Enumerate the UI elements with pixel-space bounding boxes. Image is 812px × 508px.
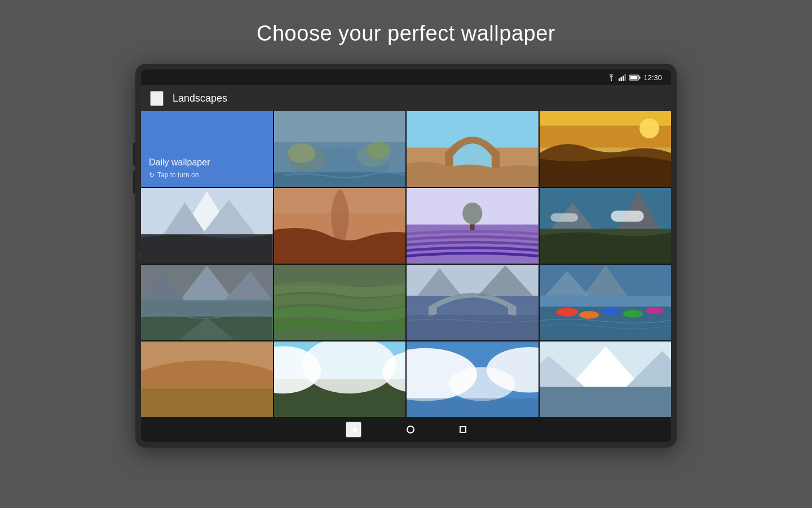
wallpaper-stone-arch[interactable] xyxy=(407,111,539,187)
wallpaper-forest-clouds[interactable] xyxy=(274,341,406,417)
status-time: 12:30 xyxy=(643,73,662,82)
snowy-mountain-image xyxy=(141,188,273,264)
svg-point-14 xyxy=(366,142,390,159)
svg-rect-41 xyxy=(550,213,578,222)
wallpaper-desert-rock[interactable] xyxy=(141,341,273,417)
back-button[interactable]: ← xyxy=(150,91,164,106)
blue-sky-image xyxy=(407,341,539,417)
mountain-lake-image xyxy=(141,265,273,340)
rocky-stream-image xyxy=(274,111,406,187)
status-bar: 12:30 xyxy=(141,69,671,85)
wallpaper-snowy-peaks[interactable] xyxy=(540,341,672,417)
svg-rect-51 xyxy=(274,265,406,286)
signal-icon xyxy=(619,74,626,81)
svg-point-0 xyxy=(611,80,612,81)
svg-point-65 xyxy=(623,310,642,318)
svg-rect-6 xyxy=(639,76,641,78)
wallpaper-rice-terraces[interactable] xyxy=(274,265,406,340)
svg-rect-7 xyxy=(630,76,638,79)
status-icons: 12:30 xyxy=(607,73,662,82)
tablet-screen: 12:30 ← Landscapes Daily wallpaper ↻ Tap… xyxy=(141,69,671,442)
page-title: Choose your perfect wallpaper xyxy=(257,21,555,46)
wallpaper-stone-bridge[interactable] xyxy=(407,265,539,340)
wallpaper-snowy-mountain[interactable] xyxy=(141,188,273,264)
canyon-sunset-image xyxy=(540,111,672,187)
wallpaper-volcano[interactable] xyxy=(540,188,672,264)
svg-point-13 xyxy=(288,143,315,163)
svg-point-63 xyxy=(579,311,599,319)
wallpaper-blue-sky[interactable] xyxy=(407,341,539,417)
svg-rect-4 xyxy=(625,74,626,81)
svg-rect-40 xyxy=(611,211,643,221)
boats-image xyxy=(540,265,672,340)
refresh-icon: ↻ xyxy=(149,171,155,179)
svg-point-21 xyxy=(639,119,659,138)
desert-rock-image xyxy=(141,341,273,417)
wallpaper-colorful-boats[interactable] xyxy=(540,265,672,340)
volume-down-button[interactable] xyxy=(133,171,135,194)
svg-rect-56 xyxy=(407,315,539,340)
rice-terraces-image xyxy=(274,265,406,340)
svg-rect-69 xyxy=(141,389,273,417)
battery-icon xyxy=(629,75,641,81)
wallpaper-red-canyon-road[interactable] xyxy=(274,188,406,264)
wallpaper-mountain-lake[interactable] xyxy=(141,265,273,340)
red-canyon-image xyxy=(274,188,406,264)
app-bar-title: Landscapes xyxy=(173,93,227,104)
wallpaper-rocky-stream[interactable] xyxy=(274,111,406,187)
svg-rect-3 xyxy=(623,76,624,81)
svg-rect-34 xyxy=(407,188,539,225)
svg-rect-1 xyxy=(619,78,620,81)
nav-bar: ◀ xyxy=(141,417,671,442)
wallpaper-grid: Daily wallpaper ↻ Tap to turn on xyxy=(141,111,671,417)
daily-wallpaper-subtitle: ↻ Tap to turn on xyxy=(149,171,265,179)
snowy-peaks-image xyxy=(540,341,672,417)
nav-recent-button[interactable] xyxy=(460,426,466,433)
volume-up-button[interactable] xyxy=(133,143,135,165)
tablet-device: 12:30 ← Landscapes Daily wallpaper ↻ Tap… xyxy=(135,64,677,448)
daily-wallpaper-cell[interactable]: Daily wallpaper ↻ Tap to turn on xyxy=(141,111,273,187)
svg-rect-79 xyxy=(407,398,539,418)
svg-rect-84 xyxy=(540,387,672,417)
svg-point-62 xyxy=(556,308,578,317)
svg-rect-2 xyxy=(621,77,623,81)
lavender-image xyxy=(407,188,539,264)
svg-point-64 xyxy=(602,307,619,315)
wifi-icon xyxy=(607,74,616,81)
arch-image xyxy=(407,111,539,187)
nav-back-button[interactable]: ◀ xyxy=(346,422,361,437)
svg-point-66 xyxy=(646,307,663,314)
daily-wallpaper-title: Daily wallpaper xyxy=(149,157,265,168)
wallpaper-canyon-sunset[interactable] xyxy=(540,111,672,187)
wallpaper-lavender-field[interactable] xyxy=(407,188,539,264)
svg-rect-47 xyxy=(141,300,273,317)
app-bar: ← Landscapes xyxy=(141,85,671,111)
svg-point-78 xyxy=(449,367,515,401)
nav-home-button[interactable] xyxy=(407,426,414,433)
volcano-image xyxy=(540,188,672,264)
stone-bridge-image xyxy=(407,265,539,340)
forest-clouds-image xyxy=(274,341,406,417)
